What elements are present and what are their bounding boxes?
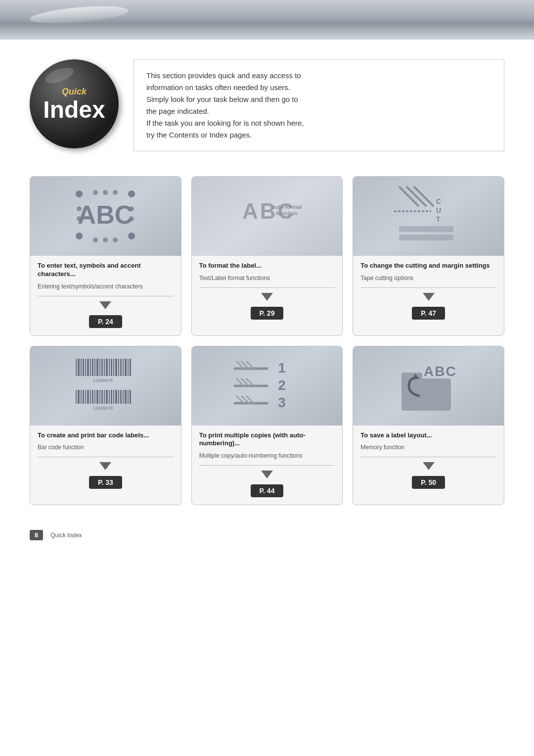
svg-rect-68 xyxy=(113,390,114,404)
svg-rect-30 xyxy=(83,359,84,376)
svg-rect-47 xyxy=(123,359,124,376)
card-4-arrow xyxy=(38,462,174,470)
svg-rect-43 xyxy=(113,359,114,376)
svg-rect-62 xyxy=(99,390,100,404)
svg-rect-64 xyxy=(104,390,105,404)
svg-rect-61 xyxy=(96,390,98,404)
svg-rect-28 xyxy=(78,359,80,376)
cut-svg: C U T xyxy=(394,184,463,248)
card-4-title: To create and print bar code labels... xyxy=(38,431,174,440)
svg-rect-39 xyxy=(104,359,105,376)
card-2-page-badge: P. 29 xyxy=(251,307,284,320)
svg-point-4 xyxy=(93,190,98,195)
card-5-page-badge: P. 44 xyxy=(251,484,284,497)
abc-dots-svg: ABC xyxy=(73,187,137,246)
card-enter-text: ABC To enter text, symbols and accent ch… xyxy=(30,176,181,336)
arrow-down-icon-3 xyxy=(423,293,435,301)
card-6-arrow xyxy=(360,462,496,470)
barcode-svg: 12345678 xyxy=(71,351,140,421)
footer-label: Quick Index xyxy=(50,532,82,539)
svg-rect-29 xyxy=(81,359,82,376)
svg-rect-33 xyxy=(90,359,91,376)
svg-point-5 xyxy=(103,190,108,195)
card-3-body: To change the cutting and margin setting… xyxy=(353,256,504,327)
svg-text:ABC: ABC xyxy=(424,364,457,379)
svg-rect-40 xyxy=(106,359,108,376)
svg-rect-27 xyxy=(76,359,77,376)
card-barcode: 12345678 xyxy=(30,346,181,506)
desc-line3: Simply look for your task below and then… xyxy=(146,95,298,103)
abc-dots-icon: ABC xyxy=(73,187,137,246)
svg-rect-41 xyxy=(109,359,110,376)
svg-rect-93 xyxy=(401,373,422,382)
svg-rect-46 xyxy=(120,359,122,376)
footer: 8 Quick Index xyxy=(0,525,534,550)
memory-svg: ABC xyxy=(394,354,463,418)
card-2-arrow xyxy=(199,293,335,301)
card-1-title: To enter text, symbols and accent charac… xyxy=(38,262,174,279)
orb-index-label: Index xyxy=(43,98,105,122)
svg-rect-70 xyxy=(118,390,119,404)
svg-rect-52 xyxy=(76,390,77,404)
svg-rect-66 xyxy=(109,390,110,404)
card-2-title: To format the label... xyxy=(199,262,335,270)
arrow-down-icon-6 xyxy=(423,462,435,470)
card-cutting: C U T To change the cutting and margin s… xyxy=(353,176,504,336)
card-4-body: To create and print bar code labels... B… xyxy=(30,425,181,497)
svg-text:T: T xyxy=(436,215,441,223)
svg-rect-75 xyxy=(130,390,131,404)
svg-rect-69 xyxy=(115,390,117,404)
svg-rect-38 xyxy=(101,359,103,376)
svg-rect-54 xyxy=(81,390,82,404)
arrow-down-icon xyxy=(99,301,111,309)
arrow-down-icon-4 xyxy=(99,462,111,470)
svg-rect-53 xyxy=(78,390,80,404)
svg-point-6 xyxy=(113,190,118,195)
card-2-subtitle: Text/Label format functions xyxy=(199,274,335,288)
quick-index-orb: Quick Index xyxy=(30,59,119,148)
desc-line6: try the Contents or Index pages. xyxy=(146,131,252,139)
svg-rect-35 xyxy=(94,359,95,376)
card-6-page-badge: P. 50 xyxy=(412,476,445,489)
svg-text:U: U xyxy=(436,206,441,214)
footer-page-number: 8 xyxy=(30,530,43,540)
card-1-arrow xyxy=(38,301,174,309)
svg-text:function: function xyxy=(276,210,298,216)
svg-rect-72 xyxy=(123,390,124,404)
desc-line2: information on tasks often needed by use… xyxy=(146,83,290,92)
card-3-title: To change the cutting and margin setting… xyxy=(360,262,496,270)
header-section: Quick Index This section provides quick … xyxy=(30,59,504,151)
orb-quick-label: Quick xyxy=(62,87,87,97)
card-6-subtitle: Memory function xyxy=(360,443,496,457)
svg-rect-71 xyxy=(120,390,122,404)
autoformat-svg: ABC auto-format function xyxy=(232,191,302,241)
svg-point-2 xyxy=(76,233,83,239)
desc-line5: If the task you are looking for is not s… xyxy=(146,119,304,127)
svg-rect-32 xyxy=(87,359,89,376)
description-box: This section provides quick and easy acc… xyxy=(134,59,504,151)
svg-rect-65 xyxy=(106,390,108,404)
autoformat-icon: ABC auto-format function xyxy=(232,191,302,241)
card-1-subtitle: Entering text/symbols/accent characters xyxy=(38,283,174,296)
card-image-abc-dots: ABC xyxy=(30,177,181,256)
card-4-subtitle: Bar code function xyxy=(38,443,174,457)
svg-rect-57 xyxy=(87,390,89,404)
svg-rect-45 xyxy=(118,359,119,376)
card-image-barcode: 12345678 xyxy=(30,346,181,425)
svg-rect-37 xyxy=(99,359,100,376)
card-3-subtitle: Tape cutting options xyxy=(360,274,496,288)
card-6-body: To save a label layout... Memory functio… xyxy=(353,425,504,497)
svg-text:12345678: 12345678 xyxy=(93,406,113,411)
card-image-memory: ABC xyxy=(353,346,504,425)
desc-line1: This section provides quick and easy acc… xyxy=(146,71,301,80)
numbered-svg: 1 2 3 xyxy=(232,354,302,418)
card-2-body: To format the label... Text/Label format… xyxy=(192,256,343,327)
card-4-page-badge: P. 33 xyxy=(89,476,122,489)
svg-rect-49 xyxy=(128,359,129,376)
svg-rect-36 xyxy=(96,359,98,376)
svg-rect-60 xyxy=(94,390,95,404)
svg-point-8 xyxy=(103,237,108,242)
card-5-body: To print multiple copies (with auto-numb… xyxy=(192,425,343,505)
svg-rect-55 xyxy=(83,390,84,404)
card-6-title: To save a label layout... xyxy=(360,431,496,440)
